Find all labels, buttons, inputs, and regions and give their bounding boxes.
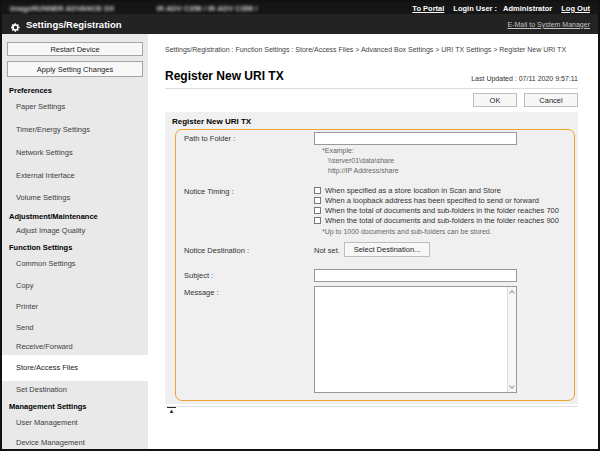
sidebar-item-external-interface[interactable]: External Interface (2, 171, 148, 181)
form-actions: OK Cancel (473, 93, 578, 107)
register-form-box: Path to Folder : *Example: \\server01\da… (175, 129, 575, 401)
breadcrumb: Settings/Registration : Function Setting… (165, 45, 579, 55)
example-unc-path: \\server01\data\share (322, 156, 399, 166)
bottom-separator (165, 406, 578, 407)
path-to-folder-label: Path to Folder : (184, 134, 235, 143)
back-to-top-icon[interactable]: ▲ (167, 407, 176, 414)
example-http-path: http://IP Address/share (322, 166, 399, 176)
settings-sidebar: Restart Device Apply Setting Changes Pre… (2, 34, 148, 449)
path-to-folder-input[interactable] (314, 132, 517, 145)
subject-input[interactable] (314, 269, 517, 282)
sidebar-item-store-access-files[interactable]: Store/Access Files (2, 355, 148, 381)
message-scrollbar[interactable] (507, 287, 516, 392)
notice-option-row-4[interactable]: When the total of documents and sub-fold… (314, 215, 559, 225)
sidebar-section-function-settings: Function Settings (2, 243, 148, 253)
notice-timing-label: Notice Timing : (184, 187, 234, 196)
browser-page: imageRUNNER ADVANCE DX iR ADV C356 / iR … (0, 0, 600, 451)
to-portal-link[interactable]: To Portal (412, 4, 444, 13)
notice-note: *Up to 1000 documents and sub-folders ca… (322, 228, 492, 235)
sidebar-item-copy[interactable]: Copy (2, 281, 148, 291)
subject-label: Subject : (184, 271, 213, 280)
app-bar: Settings/Registration E-Mail to System M… (2, 14, 598, 34)
sidebar-item-device-management[interactable]: Device Management (2, 438, 148, 448)
message-textarea[interactable] (314, 286, 517, 393)
panel-title: Register New URI TX (172, 117, 251, 126)
checkbox-icon[interactable] (314, 217, 321, 224)
apply-setting-changes-button[interactable]: Apply Setting Changes (7, 61, 143, 77)
checkbox-icon[interactable] (314, 187, 321, 194)
notice-option-label-2: When a loopback address has been specifi… (325, 196, 539, 205)
notice-option-label-4: When the total of documents and sub-fold… (325, 216, 559, 225)
last-updated: Last Updated : 07/11 2020 9:57:11 (471, 75, 578, 82)
message-label: Message : (184, 288, 219, 297)
select-destination-button[interactable]: Select Destination... (344, 242, 430, 257)
title-separator (165, 88, 578, 89)
sidebar-item-paper-settings[interactable]: Paper Settings (2, 102, 148, 112)
checkbox-icon[interactable] (314, 207, 321, 214)
sidebar-item-network-settings[interactable]: Network Settings (2, 148, 148, 158)
chevron-down-icon[interactable] (509, 383, 515, 389)
checkbox-icon[interactable] (314, 197, 321, 204)
device-models: iR ADV C356 / iR ADV C356 / (157, 4, 258, 13)
path-example-text: *Example: \\server01\data\share http://I… (322, 146, 399, 176)
sidebar-item-user-management[interactable]: User Management (2, 418, 148, 428)
sidebar-section-preferences: Preferences (2, 86, 148, 96)
sidebar-item-printer[interactable]: Printer (2, 302, 148, 312)
notice-option-row-2[interactable]: When a loopback address has been specifi… (314, 195, 539, 205)
notice-destination-value: Not set. (314, 246, 340, 255)
sidebar-item-timer-energy-settings[interactable]: Timer/Energy Settings (2, 125, 148, 135)
notice-destination-label: Notice Destination : (184, 246, 249, 255)
login-user-label: Login User : (453, 4, 497, 13)
sidebar-section-adjustment-maintenance: Adjustment/Maintenance (2, 212, 148, 222)
email-system-manager-link[interactable]: E-Mail to System Manager (508, 21, 590, 28)
sidebar-item-common-settings[interactable]: Common Settings (2, 259, 148, 269)
device-name: imageRUNNER ADVANCE DX (10, 4, 115, 13)
notice-option-row-3[interactable]: When the total of documents and sub-fold… (314, 205, 559, 215)
app-title: Settings/Registration (26, 19, 122, 30)
sidebar-item-adjust-image-quality[interactable]: Adjust Image Quality (2, 226, 148, 236)
sidebar-item-volume-settings[interactable]: Volume Settings (2, 193, 148, 203)
chevron-up-icon[interactable] (509, 290, 515, 296)
sidebar-section-management-settings: Management Settings (2, 402, 148, 412)
gear-icon (10, 19, 21, 30)
page-title: Register New URI TX (165, 69, 284, 83)
log-out-link[interactable]: Log Out (561, 4, 590, 13)
notice-option-row-1[interactable]: When specified as a store location in Sc… (314, 185, 501, 195)
ok-button[interactable]: OK (473, 93, 517, 107)
sidebar-item-receive-forward[interactable]: Receive/Forward (2, 342, 148, 352)
example-title: *Example: (322, 146, 399, 156)
login-user-value: Administrator (503, 4, 552, 13)
restart-device-button[interactable]: Restart Device (7, 42, 143, 56)
notice-option-label-3: When the total of documents and sub-fold… (325, 206, 559, 215)
sidebar-item-set-destination[interactable]: Set Destination (2, 385, 148, 395)
sidebar-item-send[interactable]: Send (2, 323, 148, 333)
register-panel: Register New URI TX Path to Folder : *Ex… (165, 112, 578, 404)
cancel-button[interactable]: Cancel (524, 93, 578, 107)
notice-option-label-1: When specified as a store location in Sc… (325, 186, 501, 195)
device-bar: imageRUNNER ADVANCE DX iR ADV C356 / iR … (2, 2, 598, 14)
